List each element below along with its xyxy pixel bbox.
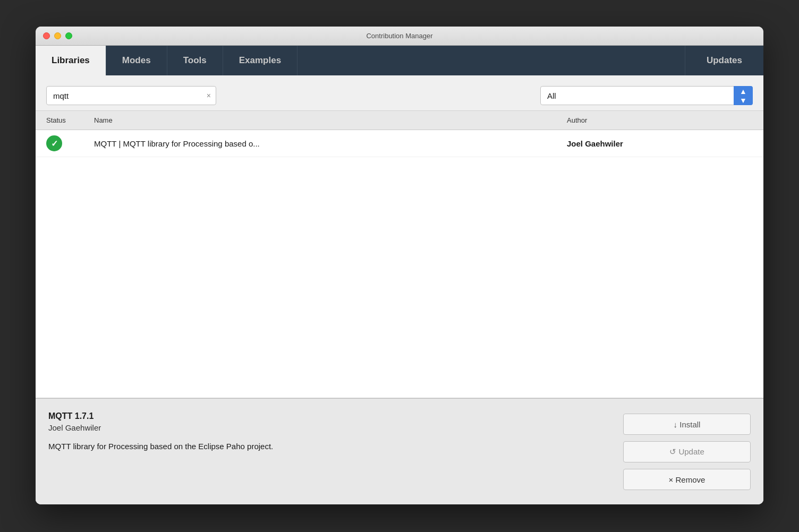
remove-button[interactable]: × Remove — [623, 469, 751, 490]
filter-wrapper: All Installed Updates Available ▲ ▼ — [540, 86, 753, 105]
filter-select[interactable]: All Installed Updates Available — [540, 86, 753, 105]
tab-libraries[interactable]: Libraries — [36, 46, 106, 75]
tab-examples[interactable]: Examples — [223, 46, 298, 75]
title-bar: Contribution Manager — [36, 27, 763, 46]
table-body: ✓ MQTT | MQTT library for Processing bas… — [36, 130, 763, 157]
search-clear-button[interactable]: × — [207, 92, 211, 99]
main-content: × All Installed Updates Available ▲ ▼ — [36, 75, 763, 504]
detail-description: MQTT library for Processing based on the… — [48, 441, 613, 453]
minimize-button[interactable] — [54, 32, 61, 39]
close-button[interactable] — [43, 32, 50, 39]
tab-modes[interactable]: Modes — [106, 46, 167, 75]
maximize-button[interactable] — [65, 32, 72, 39]
row-status: ✓ — [46, 135, 94, 151]
installed-icon: ✓ — [46, 135, 62, 151]
window-title: Contribution Manager — [366, 32, 432, 40]
row-author: Joel Gaehwiler — [567, 139, 753, 148]
tab-tools[interactable]: Tools — [167, 46, 223, 75]
install-button[interactable]: ↓ Install — [623, 414, 751, 435]
detail-title: MQTT 1.7.1 — [48, 411, 613, 421]
detail-actions: ↓ Install ↺ Update × Remove — [623, 411, 751, 490]
search-input[interactable] — [46, 86, 216, 105]
tab-spacer — [298, 46, 685, 75]
detail-author: Joel Gaehwiler — [48, 423, 613, 432]
update-button[interactable]: ↺ Update — [623, 441, 751, 462]
library-table: Status Name Author ✓ MQTT | MQTT library… — [36, 110, 763, 398]
column-name-header: Name — [94, 116, 567, 124]
search-wrapper: × — [46, 86, 216, 105]
column-author-header: Author — [567, 116, 753, 124]
tab-bar: Libraries Modes Tools Examples Updates — [36, 46, 763, 75]
table-header: Status Name Author — [36, 111, 763, 130]
table-row[interactable]: ✓ MQTT | MQTT library for Processing bas… — [36, 130, 763, 157]
detail-panel: MQTT 1.7.1 Joel Gaehwiler MQTT library f… — [36, 398, 763, 504]
column-status-header: Status — [46, 116, 94, 124]
row-name: MQTT | MQTT library for Processing based… — [94, 139, 567, 148]
search-area: × All Installed Updates Available ▲ ▼ — [36, 75, 763, 110]
window-controls[interactable] — [43, 32, 72, 39]
tab-updates[interactable]: Updates — [685, 46, 763, 75]
detail-info: MQTT 1.7.1 Joel Gaehwiler MQTT library f… — [48, 411, 613, 453]
